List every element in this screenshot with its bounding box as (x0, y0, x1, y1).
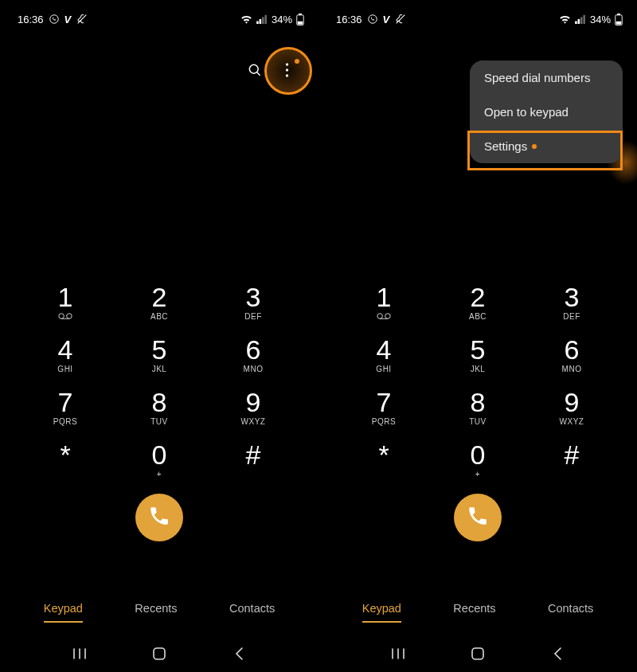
svg-rect-20 (154, 648, 165, 659)
keypad-sub: + (127, 470, 191, 479)
whatsapp-icon (49, 14, 60, 25)
svg-point-21 (368, 15, 377, 24)
keypad-key-6[interactable]: 6 MNO (221, 336, 285, 374)
keypad-sub: ABC (446, 312, 510, 322)
keypad-key-7[interactable]: 7 PQRS (33, 389, 97, 427)
tab-contacts[interactable]: Contacts (229, 596, 275, 623)
tab-recents[interactable]: Recents (453, 596, 495, 623)
svg-rect-24 (578, 19, 580, 24)
phone-icon (148, 505, 170, 530)
keypad-sub: MNO (221, 365, 285, 374)
keypad-key-*[interactable]: * (352, 441, 416, 479)
home-nav-button[interactable] (469, 645, 487, 662)
keypad-sub (352, 312, 416, 322)
svg-rect-2 (256, 21, 259, 24)
keypad-sub: TUV (446, 417, 510, 427)
status-bar: 16:36 V 34% (0, 0, 318, 30)
keypad-digit: 2 (127, 283, 191, 311)
keypad-digit: 7 (33, 389, 97, 416)
keypad-key-4[interactable]: 4 GHI (352, 336, 416, 374)
keypad-key-9[interactable]: 9 WXYZ (221, 389, 285, 427)
keypad-sub: PQRS (352, 417, 416, 427)
menu-item-label: Open to keypad (484, 105, 569, 119)
keypad-key-*[interactable]: * (33, 441, 97, 479)
svg-rect-4 (262, 17, 264, 24)
menu-item-label: Speed dial numbers (484, 71, 590, 84)
status-time: 16:36 (336, 14, 362, 25)
keypad-sub: JKL (446, 365, 510, 374)
keypad-key-8[interactable]: 8 TUV (446, 389, 510, 427)
keypad-digit: 9 (540, 389, 604, 416)
voicemail-icon (58, 312, 72, 320)
whatsapp-icon (367, 14, 378, 25)
keypad-key-7[interactable]: 7 PQRS (352, 389, 416, 427)
recents-nav-button[interactable] (71, 645, 88, 662)
keypad-key-2[interactable]: 2 ABC (127, 283, 191, 322)
wifi-icon (240, 14, 252, 24)
keypad-key-9[interactable]: 9 WXYZ (540, 389, 604, 427)
tab-contacts[interactable]: Contacts (548, 596, 593, 623)
keypad-digit: 8 (127, 389, 191, 416)
keypad-key-5[interactable]: 5 JKL (446, 336, 510, 374)
tab-keypad[interactable]: Keypad (362, 596, 401, 623)
keypad-digit: * (352, 441, 416, 468)
keypad-row: 7 PQRS 8 TUV 9 WXYZ (33, 389, 285, 427)
signal-icon (256, 14, 268, 24)
svg-point-30 (377, 314, 383, 319)
menu-item-settings[interactable]: Settings (470, 129, 623, 163)
keypad-digit: # (221, 441, 285, 468)
keypad-digit: 5 (127, 336, 191, 363)
keypad-digit: 0 (127, 441, 191, 468)
keypad-key-5[interactable]: 5 JKL (127, 336, 191, 374)
keypad-sub: JKL (127, 365, 191, 374)
battery-text: 34% (590, 14, 611, 25)
recents-nav-button[interactable] (389, 645, 407, 662)
search-button[interactable] (245, 62, 264, 81)
home-nav-button[interactable] (150, 645, 168, 662)
keypad-key-0[interactable]: 0 + (446, 441, 510, 479)
svg-point-13 (285, 74, 287, 76)
keypad-row: * 0 + # (352, 441, 604, 479)
keypad-key-0[interactable]: 0 + (127, 441, 191, 479)
keypad-key-6[interactable]: 6 MNO (540, 336, 604, 374)
tab-recents[interactable]: Recents (135, 596, 177, 623)
keypad-key-1[interactable]: 1 (33, 283, 97, 322)
keypad-key-2[interactable]: 2 ABC (446, 283, 510, 322)
notification-dot (295, 59, 299, 64)
keypad-digit: 9 (221, 389, 285, 416)
v-icon: V (383, 14, 390, 25)
tab-keypad[interactable]: Keypad (44, 596, 83, 623)
svg-point-12 (285, 68, 287, 71)
battery-icon (296, 14, 304, 25)
wifi-icon (559, 14, 571, 24)
keypad-key-#[interactable]: # (540, 441, 604, 479)
call-button[interactable] (135, 494, 183, 541)
svg-rect-29 (616, 21, 622, 24)
svg-rect-25 (580, 17, 583, 24)
keypad-digit: 2 (446, 283, 510, 311)
more-button[interactable] (277, 62, 296, 81)
keypad-digit: * (33, 441, 97, 468)
svg-point-14 (59, 314, 64, 319)
keypad-row: 4 GHI 5 JKL 6 MNO (33, 336, 285, 374)
keypad-digit: 5 (446, 336, 510, 363)
keypad-key-3[interactable]: 3 DEF (221, 283, 285, 322)
menu-item-speed dial numbers[interactable]: Speed dial numbers (470, 61, 623, 95)
keypad-key-8[interactable]: 8 TUV (127, 389, 191, 427)
keypad-digit: # (540, 441, 604, 468)
keypad-digit: 3 (540, 283, 604, 311)
back-nav-button[interactable] (549, 645, 566, 662)
keypad-key-1[interactable]: 1 (352, 283, 416, 322)
keypad-key-4[interactable]: 4 GHI (33, 336, 97, 374)
keypad-sub: PQRS (33, 417, 97, 427)
back-nav-button[interactable] (230, 645, 248, 662)
keypad-sub: GHI (352, 365, 416, 374)
notification-dot (532, 144, 537, 149)
keypad-digit: 1 (33, 283, 97, 311)
keypad-digit: 0 (446, 441, 510, 468)
keypad-key-#[interactable]: # (221, 441, 285, 479)
menu-item-open to keypad[interactable]: Open to keypad (470, 95, 623, 129)
call-button[interactable] (454, 494, 502, 541)
keypad-key-3[interactable]: 3 DEF (540, 283, 604, 322)
android-nav-bar (318, 645, 637, 662)
